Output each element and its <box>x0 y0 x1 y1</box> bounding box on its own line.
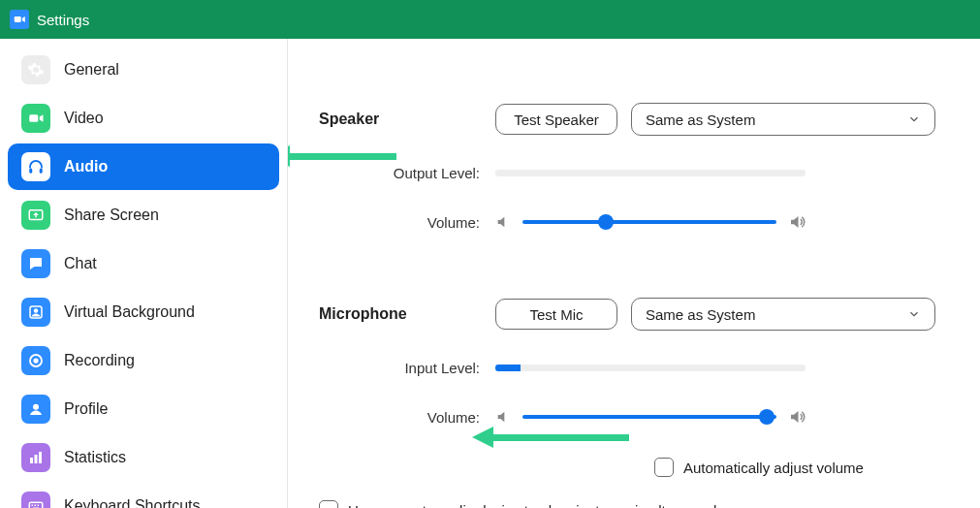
virtual-background-icon <box>21 298 50 327</box>
app-icon <box>10 10 29 29</box>
input-level-meter <box>495 365 806 371</box>
video-icon <box>21 104 50 133</box>
svg-point-6 <box>34 308 39 313</box>
sidebar-item-profile[interactable]: Profile <box>8 386 279 432</box>
sidebar-item-audio[interactable]: Audio <box>8 143 279 190</box>
window-title: Settings <box>37 12 89 28</box>
svg-point-8 <box>33 358 38 363</box>
speaker-device-value: Same as System <box>646 111 755 128</box>
output-level-meter <box>495 170 806 176</box>
sidebar-item-label: Recording <box>64 352 135 369</box>
statistics-icon <box>21 443 50 472</box>
mic-volume-label: Volume: <box>315 409 490 426</box>
sidebar-item-recording[interactable]: Recording <box>8 337 279 384</box>
volume-high-icon <box>788 213 806 231</box>
speaker-section-label: Speaker <box>315 111 490 128</box>
auto-adjust-volume-checkbox[interactable] <box>654 458 674 477</box>
svg-rect-14 <box>32 505 34 507</box>
share-screen-icon <box>21 201 50 230</box>
svg-rect-3 <box>40 169 43 174</box>
chevron-down-icon <box>907 112 921 126</box>
sidebar-item-general[interactable]: General <box>8 47 279 93</box>
speaker-device-select[interactable]: Same as System <box>631 103 935 136</box>
speaker-volume-label: Volume: <box>315 214 490 231</box>
sidebar-item-label: Video <box>64 110 104 127</box>
separate-ringtone-label: Use separate audio device to play ringto… <box>348 502 724 509</box>
microphone-device-value: Same as System <box>646 306 755 323</box>
headphones-icon <box>21 152 50 181</box>
input-level-label: Input Level: <box>315 360 490 376</box>
svg-rect-11 <box>35 455 38 463</box>
content-panel: Speaker Test Speaker Same as System Outp… <box>288 39 980 508</box>
svg-rect-15 <box>35 505 37 507</box>
volume-low-icon <box>495 214 511 230</box>
gear-icon <box>21 55 50 84</box>
chat-icon <box>21 249 50 278</box>
separate-ringtone-checkbox[interactable] <box>319 500 338 508</box>
test-speaker-button[interactable]: Test Speaker <box>495 104 617 135</box>
microphone-device-select[interactable]: Same as System <box>631 298 935 331</box>
recording-icon <box>21 346 50 375</box>
sidebar-item-label: Statistics <box>64 449 126 466</box>
sidebar-item-label: Virtual Background <box>64 303 195 321</box>
sidebar-item-chat[interactable]: Chat <box>8 240 279 287</box>
test-mic-button[interactable]: Test Mic <box>495 299 617 330</box>
svg-point-9 <box>33 404 39 410</box>
sidebar-item-label: Audio <box>64 158 108 175</box>
sidebar-item-video[interactable]: Video <box>8 95 279 142</box>
svg-rect-16 <box>38 505 40 507</box>
sidebar-item-label: Keyboard Shortcuts <box>64 497 201 508</box>
auto-adjust-volume-label: Automatically adjust volume <box>683 460 864 476</box>
sidebar: General Video Audio Share Screen Chat <box>0 39 288 508</box>
sidebar-item-label: Share Screen <box>64 206 159 224</box>
output-level-label: Output Level: <box>315 165 490 181</box>
sidebar-item-label: Profile <box>64 400 108 418</box>
keyboard-icon <box>21 492 50 508</box>
volume-low-icon <box>495 409 511 425</box>
svg-rect-2 <box>29 169 32 174</box>
speaker-volume-slider[interactable] <box>522 210 776 234</box>
sidebar-item-label: Chat <box>64 255 97 272</box>
sidebar-item-statistics[interactable]: Statistics <box>8 434 279 481</box>
svg-rect-1 <box>29 114 38 122</box>
sidebar-item-label: General <box>64 61 119 79</box>
chevron-down-icon <box>907 307 921 321</box>
svg-rect-10 <box>30 458 33 463</box>
mic-volume-slider[interactable] <box>522 405 776 429</box>
profile-icon <box>21 395 50 424</box>
microphone-section-label: Microphone <box>315 305 490 323</box>
titlebar: Settings <box>0 0 980 39</box>
volume-high-icon <box>788 408 806 426</box>
sidebar-item-virtual-background[interactable]: Virtual Background <box>8 289 279 335</box>
svg-rect-0 <box>15 16 21 22</box>
sidebar-item-keyboard-shortcuts[interactable]: Keyboard Shortcuts <box>8 483 279 508</box>
sidebar-item-share-screen[interactable]: Share Screen <box>8 192 279 238</box>
svg-rect-12 <box>39 452 42 463</box>
